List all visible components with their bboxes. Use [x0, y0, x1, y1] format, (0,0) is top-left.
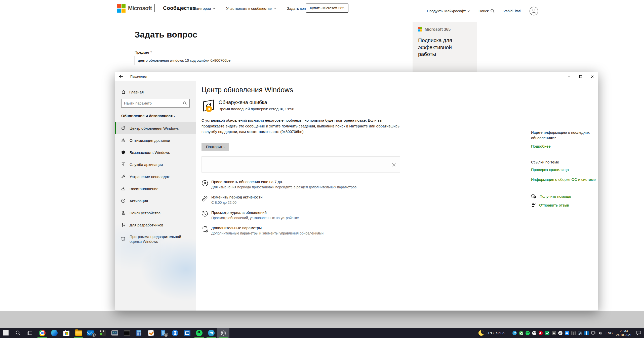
sidebar-item-developers[interactable]: Для разработчиков: [115, 219, 196, 231]
taskbar-calculator[interactable]: [133, 328, 145, 338]
taskbar-cmd[interactable]: [121, 328, 133, 338]
tray-bluetooth-icon[interactable]: [584, 331, 589, 335]
weather-condition[interactable]: Ясно: [496, 331, 504, 335]
tray-network-icon[interactable]: [591, 331, 596, 335]
microsoft-logo[interactable]: Microsoft: [117, 4, 152, 13]
learn-more-link[interactable]: Подробнее: [531, 144, 551, 148]
search-icon[interactable]: [183, 101, 187, 105]
taskbar-cast[interactable]: [181, 328, 193, 338]
sidebar-item-find-device[interactable]: Поиск устройства: [115, 207, 196, 219]
taskbar-clock[interactable]: 20:33 24.10.2021: [616, 329, 632, 337]
taskbar-search-button[interactable]: [12, 328, 24, 338]
subject-input[interactable]: [135, 56, 394, 65]
taskbar-your-phone[interactable]: 23: [157, 328, 169, 338]
task-view-button[interactable]: [24, 328, 36, 338]
settings-title: Параметры: [130, 75, 147, 78]
maximize-button[interactable]: [575, 72, 586, 81]
taskbar-telegram[interactable]: [205, 328, 217, 338]
get-help-link[interactable]: Получить помощь: [540, 194, 571, 198]
tray-white-app-icon[interactable]: [558, 331, 562, 335]
sidebar-item-backup[interactable]: Служба архивации: [115, 158, 196, 171]
buy-microsoft-365-button[interactable]: Купить Microsoft 365: [306, 4, 348, 13]
tray-epic-games-icon[interactable]: [571, 331, 576, 335]
option-update-history[interactable]: Просмотр журнала обновлений Просмотр обн…: [202, 210, 356, 220]
settings-right-panel: Ищете информацию о последних обновлениях…: [531, 130, 598, 208]
start-button[interactable]: [0, 328, 12, 338]
taskbar-edge[interactable]: [48, 328, 60, 338]
tray-driver-updater-icon[interactable]: [519, 331, 523, 335]
system-tray: -1°C Ясно ENG 20:33 24.10.2021: [478, 328, 644, 338]
taskbar-file-explorer[interactable]: [72, 328, 85, 338]
minimize-button[interactable]: [563, 72, 575, 81]
site-name[interactable]: Сообщество: [163, 5, 196, 11]
mail-badge: 1: [92, 333, 96, 337]
send-feedback-row[interactable]: Отправить отзыв: [531, 203, 598, 208]
nav-products[interactable]: Продукты Майкрософт: [427, 9, 470, 13]
tray-steam-icon[interactable]: [578, 331, 582, 335]
nav-participate[interactable]: Участвовать в сообществе: [226, 7, 276, 11]
tray-ccleaner-icon[interactable]: [539, 331, 543, 335]
taskbar-chrome[interactable]: [36, 328, 48, 338]
option-pause-updates[interactable]: Приостановить обновления еще на 7 дн. Дл…: [202, 180, 356, 189]
command-prompt-icon: [124, 330, 130, 336]
get-help-row[interactable]: Получить помощь: [531, 194, 598, 199]
maximize-icon: [579, 75, 582, 78]
tray-discord-icon[interactable]: [532, 331, 536, 335]
tray-antivirus-icon[interactable]: [545, 331, 549, 335]
avatar[interactable]: [529, 7, 538, 16]
spotify-icon: [196, 330, 203, 336]
taskbar-system-monitor[interactable]: [109, 328, 121, 338]
tray-cloud-sync-icon[interactable]: [565, 331, 569, 335]
status-subtitle: Время последней проверки: сегодня, 19:56: [219, 107, 294, 111]
settings-titlebar: Параметры: [115, 72, 598, 81]
taskbar-mpc[interactable]: [97, 328, 109, 338]
insider-icon: [121, 237, 126, 241]
settings-window: Параметры Главная Обновление и безопасно…: [115, 72, 598, 311]
settings-search-box[interactable]: [121, 99, 190, 108]
sidebar-item-home[interactable]: Главная: [121, 90, 144, 94]
backup-icon: [121, 162, 126, 167]
dismiss-button[interactable]: [391, 162, 396, 167]
language-indicator[interactable]: ENG: [606, 331, 613, 335]
search-icon: [15, 330, 21, 336]
settings-search-input[interactable]: [122, 101, 183, 105]
taskbar-settings[interactable]: [217, 328, 229, 338]
developers-icon: [121, 223, 126, 227]
sidebar-item-windows-update[interactable]: Центр обновления Windows: [115, 122, 196, 134]
os-build-info-link[interactable]: Информация о сборке ОС и системе: [531, 177, 596, 182]
taskbar-mail[interactable]: 1: [85, 328, 97, 338]
header-search[interactable]: Поиск: [478, 9, 495, 13]
nav-categories[interactable]: Категории: [194, 7, 215, 11]
taskbar-spotify[interactable]: [193, 328, 205, 338]
phone-badge: 23: [164, 333, 168, 337]
taskbar-store[interactable]: [60, 328, 72, 338]
related-links-title: Ссылки по теме: [531, 160, 598, 164]
sidebar-item-delivery-optimization[interactable]: Оптимизация доставки: [115, 134, 196, 146]
tray-volume-icon[interactable]: [598, 331, 603, 335]
sidebar-item-troubleshoot[interactable]: Устранение неполадок: [115, 171, 196, 183]
action-center-icon[interactable]: [636, 330, 641, 335]
retry-button[interactable]: Повторить: [202, 143, 229, 151]
taskbar-checkmark-app[interactable]: [145, 328, 157, 338]
sidebar-item-activation[interactable]: Активация: [115, 195, 196, 207]
weather-temp[interactable]: -1°C: [486, 331, 494, 335]
hourglass-app-icon: [172, 330, 178, 336]
username[interactable]: VahidEltati: [503, 9, 520, 13]
check-storage-link[interactable]: Проверка хранилища: [531, 167, 569, 172]
sidebar-item-recovery[interactable]: Восстановление: [115, 183, 196, 195]
option-advanced[interactable]: Дополнительные параметры Дополнительные …: [202, 226, 356, 235]
tray-spotify-icon[interactable]: [526, 331, 530, 335]
close-button[interactable]: [586, 72, 598, 81]
back-button[interactable]: [115, 72, 127, 81]
tray-telegram-icon[interactable]: [512, 331, 517, 335]
sidebar-item-windows-security[interactable]: Безопасность Windows: [115, 146, 196, 158]
taskbar-hourglass-app[interactable]: [169, 328, 181, 338]
tray-screen-recorder-icon[interactable]: [552, 331, 556, 335]
search-icon: [490, 9, 495, 13]
wrench-icon: [121, 174, 126, 179]
chevron-down-icon: [213, 8, 215, 9]
option-active-hours[interactable]: Изменить период активности С 8:00 до 22:…: [202, 195, 356, 205]
send-feedback-link[interactable]: Отправить отзыв: [539, 203, 569, 207]
weather-moon-icon[interactable]: [478, 330, 484, 336]
sidebar-item-insider-program[interactable]: Программа предварительной оценки Windows: [115, 231, 196, 247]
